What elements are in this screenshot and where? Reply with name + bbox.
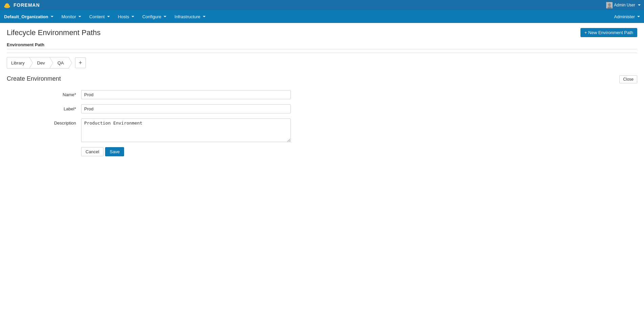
page-content: Lifecycle Environment Paths + New Enviro… bbox=[0, 23, 644, 161]
user-menu-caret-icon bbox=[638, 4, 641, 6]
user-label: Admin User bbox=[614, 3, 635, 7]
environment-path-section: Environment Path Library Dev QA + bbox=[7, 42, 637, 69]
top-header: FOREMAN Admin User bbox=[0, 0, 644, 10]
environment-path-section-title: Environment Path bbox=[7, 42, 637, 49]
env-add-button[interactable]: + bbox=[75, 57, 86, 68]
description-field-group: Description <span class="underline-text"… bbox=[7, 118, 637, 142]
create-environment-section: Create Environment Close Name* Label* De… bbox=[7, 75, 637, 156]
nav-administer[interactable]: Administer bbox=[610, 10, 644, 23]
svg-point-3 bbox=[608, 3, 611, 6]
nav-content[interactable]: Content bbox=[85, 10, 114, 23]
section-divider bbox=[7, 53, 637, 53]
user-avatar-icon bbox=[606, 2, 612, 8]
svg-rect-1 bbox=[5, 6, 9, 7]
user-menu[interactable]: Admin User bbox=[606, 2, 641, 8]
content-caret-icon bbox=[107, 16, 110, 17]
label-input[interactable] bbox=[81, 104, 291, 113]
configure-caret-icon bbox=[164, 16, 166, 17]
org-label: Default_Organization bbox=[4, 14, 48, 19]
cancel-button[interactable]: Cancel bbox=[81, 147, 103, 156]
nav-hosts[interactable]: Hosts bbox=[114, 10, 138, 23]
name-input[interactable] bbox=[81, 90, 291, 99]
app-name: FOREMAN bbox=[14, 2, 40, 8]
brand: FOREMAN bbox=[3, 1, 40, 9]
label-label: Label* bbox=[7, 104, 81, 111]
env-node-library[interactable]: Library bbox=[7, 57, 30, 69]
form-actions: Cancel Save bbox=[81, 147, 637, 156]
new-environment-button[interactable]: + New Environment Path bbox=[580, 28, 637, 37]
create-env-header: Create Environment Close bbox=[7, 75, 637, 83]
nav-monitor[interactable]: Monitor bbox=[57, 10, 85, 23]
page-title: Lifecycle Environment Paths bbox=[7, 28, 101, 37]
name-field-group: Name* bbox=[7, 90, 637, 99]
create-env-title: Create Environment bbox=[7, 75, 61, 82]
nav-infrastructure[interactable]: Infrastructure bbox=[170, 10, 210, 23]
administer-caret-icon bbox=[637, 16, 640, 17]
label-field-group: Label* bbox=[7, 104, 637, 113]
description-textarea[interactable]: <span class="underline-text">Production<… bbox=[81, 118, 291, 142]
org-caret-icon bbox=[51, 16, 53, 17]
nav-right: Administer bbox=[610, 10, 644, 23]
nav-org[interactable]: Default_Organization bbox=[0, 10, 57, 23]
foreman-logo-icon bbox=[3, 1, 11, 9]
nav-left: Default_Organization Monitor Content Hos… bbox=[0, 10, 210, 23]
infrastructure-caret-icon bbox=[203, 16, 206, 17]
nav-configure[interactable]: Configure bbox=[138, 10, 170, 23]
name-label: Name* bbox=[7, 90, 81, 97]
hosts-caret-icon bbox=[132, 16, 134, 17]
monitor-caret-icon bbox=[78, 16, 81, 17]
save-button[interactable]: Save bbox=[105, 147, 124, 156]
description-label: Description bbox=[7, 118, 81, 126]
environment-path-container: Library Dev QA + bbox=[7, 57, 637, 69]
nav-bar: Default_Organization Monitor Content Hos… bbox=[0, 10, 644, 23]
close-button[interactable]: Close bbox=[619, 75, 637, 83]
page-header: Lifecycle Environment Paths + New Enviro… bbox=[7, 28, 637, 37]
